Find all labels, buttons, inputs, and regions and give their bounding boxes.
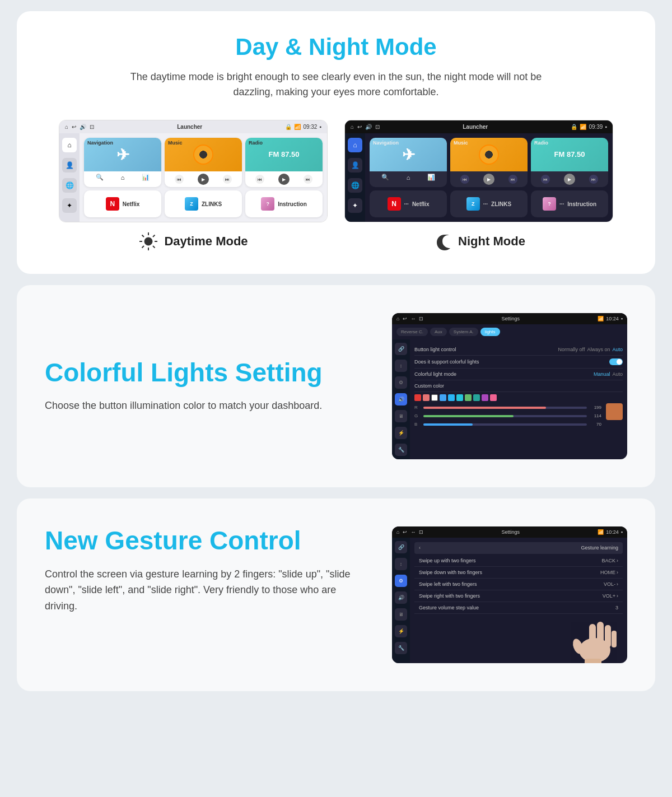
lights-description: Choose the button illumination color to …	[45, 398, 364, 414]
slider-g-track[interactable]	[423, 415, 587, 417]
home-icon: ⌂	[65, 124, 68, 130]
instr-app-night[interactable]: ? ··· Instruction	[531, 190, 608, 217]
s-pwr[interactable]: ⚡	[395, 427, 407, 439]
instr-app-day[interactable]: ? Instruction	[245, 190, 323, 217]
swatch-blue[interactable]	[440, 394, 446, 401]
svg-line-7	[153, 235, 155, 237]
zlink-app-day[interactable]: Z ZLINKS	[165, 190, 242, 217]
radio-controls-day: ⏮ ▶ ⏭	[245, 171, 323, 187]
swatch-pink[interactable]	[490, 394, 497, 401]
slider-b-track[interactable]	[423, 423, 587, 426]
sidebar-star-night[interactable]: ✦	[348, 198, 362, 213]
music-app-day[interactable]: Music ⏮ ▶ ⏭	[165, 138, 242, 187]
g-row-5-label: Gesture volume step value	[419, 605, 479, 610]
tab-aux[interactable]: Aux	[430, 328, 447, 336]
music-app-night[interactable]: Music ⏮ ▶ ⏭	[450, 138, 528, 187]
chart-icon-night[interactable]: 📊	[427, 174, 435, 181]
svg-rect-15	[585, 659, 601, 663]
wifi-icon-s: 📶	[598, 316, 604, 321]
settings-sidebar-lights: 🔗 ↕ ⚙ 🔊 🖥 ⚡ 🔧	[392, 339, 410, 459]
swatch-green[interactable]	[465, 394, 472, 401]
radio-app-day[interactable]: Radio FM 87.50 ⏮ ▶ ⏭	[245, 138, 323, 187]
radio-next-day[interactable]: ⏭	[304, 175, 312, 184]
swatch-cyan[interactable]	[456, 394, 463, 401]
gesture-title: New Gesture Control	[45, 526, 364, 555]
next-btn-day[interactable]: ⏭	[223, 175, 232, 184]
s-display[interactable]: 🖥	[395, 410, 407, 422]
g-value: 114	[590, 413, 601, 418]
tab-reverse[interactable]: Reverse C.	[396, 328, 428, 336]
s-arrow[interactable]: ↕	[395, 360, 407, 372]
nav-app-day[interactable]: Navigation ✈ 🔍 ⌂ 📊	[84, 138, 161, 187]
g-arrow[interactable]: ↕	[395, 558, 407, 570]
gesture-text: New Gesture Control Control the screen v…	[45, 526, 364, 614]
s-sound[interactable]: 🔊	[395, 393, 407, 406]
swatch-lightblue[interactable]	[448, 394, 455, 401]
play-btn-night[interactable]: ▶	[483, 174, 494, 185]
sidebar-nav[interactable]: 🌐	[62, 178, 77, 193]
nav-app-night[interactable]: Navigation ✈ 🔍 ⌂ 📊	[370, 138, 447, 187]
radio-play-day[interactable]: ▶	[278, 174, 290, 185]
g-display[interactable]: 🖥	[395, 608, 407, 621]
slider-g-row: G 114	[414, 412, 601, 420]
g-link[interactable]: 🔗	[395, 541, 407, 553]
g-common[interactable]: ⚙	[395, 575, 407, 587]
g-pwr[interactable]: ⚡	[395, 625, 407, 637]
sidebar-user-night[interactable]: 👤	[348, 158, 362, 173]
home-icon-night: ⌂	[351, 124, 354, 130]
s-row-4-label: Custom color	[414, 383, 444, 389]
svg-line-8	[142, 246, 144, 248]
sidebar-home-night[interactable]: ⌂	[348, 138, 362, 152]
search-icon-night[interactable]: 🔍	[381, 174, 389, 181]
chart-icon-day[interactable]: 📊	[142, 174, 150, 181]
sidebar-nav-night[interactable]: 🌐	[348, 178, 362, 193]
radio-prev-day[interactable]: ⏮	[255, 175, 264, 184]
radio-freq-day: FM 87.50	[269, 150, 300, 159]
g-sound[interactable]: 🔊	[395, 591, 407, 604]
tab-lights[interactable]: lights	[480, 328, 500, 336]
radio-next-night[interactable]: ⏭	[589, 175, 598, 184]
s-system[interactable]: 🔧	[395, 444, 407, 456]
daytime-bar: ⌂ ↩ 🔊 ⊡ Launcher 🔒 📶 09:32 ▪	[59, 120, 327, 133]
daytime-label: Daytime Mode	[59, 231, 328, 251]
radio-app-night[interactable]: Radio FM 87.50 ⏮ ▶ ⏭	[531, 138, 608, 187]
sidebar-home[interactable]: ⌂	[62, 138, 77, 152]
music-bg-day: Music	[165, 138, 242, 171]
lights-title: Colorful Lights Setting	[45, 358, 364, 387]
netflix-app-night[interactable]: N ··· Netflix	[370, 190, 447, 217]
swatch-red[interactable]	[414, 394, 421, 401]
settings-tabs: Reverse C. Aux System A. lights	[392, 324, 627, 339]
prev-btn-night[interactable]: ⏮	[460, 175, 469, 184]
home-btn-day[interactable]: ⌂	[121, 174, 125, 181]
search-icon-day[interactable]: 🔍	[96, 174, 104, 181]
prev-btn-day[interactable]: ⏮	[175, 175, 184, 184]
sidebar-star[interactable]: ✦	[62, 198, 77, 213]
zlink-app-night[interactable]: Z ··· ZLINKS	[450, 190, 528, 217]
b-label: B	[414, 422, 420, 427]
g-row-1: Swipe up with two fingers BACK ›	[414, 555, 623, 567]
toggle-colorful[interactable]	[609, 358, 623, 365]
sidebar-user[interactable]: 👤	[62, 158, 77, 173]
radio-play-night[interactable]: ▶	[564, 174, 575, 185]
tab-system[interactable]: System A.	[449, 328, 478, 336]
s-link[interactable]: 🔗	[395, 343, 407, 355]
nav-label-day: Navigation	[87, 140, 113, 146]
swatch-lightred[interactable]	[423, 394, 430, 401]
play-btn-day[interactable]: ▶	[198, 174, 209, 185]
radio-prev-night[interactable]: ⏮	[541, 175, 550, 184]
swatch-white[interactable]	[431, 394, 438, 401]
settings-title-gesture: Settings	[502, 529, 520, 535]
swatch-teal[interactable]	[473, 394, 480, 401]
color-swatches	[414, 394, 623, 401]
next-btn-night[interactable]: ⏭	[508, 175, 517, 184]
home-btn-night[interactable]: ⌂	[407, 174, 410, 181]
s-common[interactable]: ⚙	[395, 376, 407, 389]
r-value: 199	[590, 405, 601, 410]
gesture-heading: Gesture learning	[581, 545, 618, 551]
slider-r-track[interactable]	[423, 407, 587, 409]
netflix-label-day: Netflix	[123, 201, 140, 207]
swatch-purple[interactable]	[482, 394, 488, 401]
netflix-app-day[interactable]: N Netflix	[84, 190, 161, 217]
g-system[interactable]: 🔧	[395, 642, 407, 654]
day-night-title: Day & Night Mode	[45, 34, 627, 60]
